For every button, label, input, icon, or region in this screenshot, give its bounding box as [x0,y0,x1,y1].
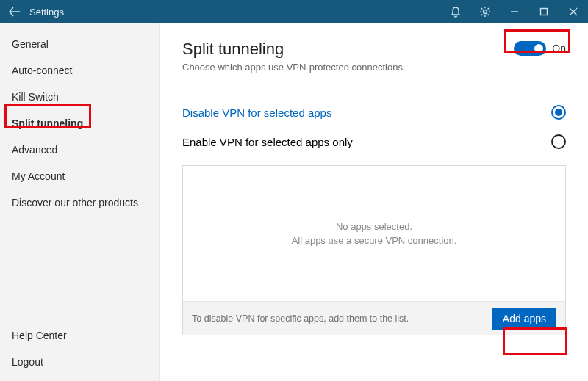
option-label: Enable VPN for selected apps only [182,136,551,148]
sidebar-item-auto-connect[interactable]: Auto-connect [0,57,159,84]
sidebar-item-my-account[interactable]: My Account [0,163,159,189]
back-button[interactable] [0,0,29,23]
notifications-icon[interactable] [441,0,470,23]
empty-state: No apps selected. All apps use a secure … [183,166,565,301]
minimize-button[interactable] [500,0,529,23]
sidebar-item-advanced[interactable]: Advanced [0,137,159,163]
radio-icon [551,134,566,149]
empty-line-1: No apps selected. [336,219,412,234]
sidebar-item-split-tunneling[interactable]: Split tunneling [0,110,159,137]
sidebar: General Auto-connect Kill Switch Split t… [0,23,160,381]
radio-icon [551,105,566,120]
empty-line-2: All apps use a secure VPN connection. [292,233,457,248]
sidebar-item-general[interactable]: General [0,31,159,57]
page-title: Split tunneling [182,40,514,59]
sidebar-item-kill-switch[interactable]: Kill Switch [0,84,159,110]
svg-rect-2 [541,9,548,15]
titlebar: Settings [0,0,588,23]
option-disable-vpn-selected-apps[interactable]: Disable VPN for selected apps [182,98,566,127]
app-list-box: No apps selected. All apps use a secure … [182,165,566,335]
maximize-button[interactable] [529,0,559,23]
split-tunneling-toggle[interactable] [514,41,546,56]
main-content: Split tunneling Choose which apps use VP… [160,23,588,381]
footer-hint: To disable VPN for specific apps, add th… [192,313,492,324]
toggle-state-label: On [552,43,566,54]
option-label: Disable VPN for selected apps [182,106,551,119]
sidebar-item-help-center[interactable]: Help Center [0,322,159,349]
close-button[interactable] [559,0,588,23]
window-title: Settings [29,7,64,18]
page-subtitle: Choose which apps use VPN-protected conn… [182,62,514,73]
svg-point-0 [484,10,487,14]
sidebar-item-logout[interactable]: Logout [0,349,159,375]
settings-gear-icon[interactable] [470,0,500,23]
sidebar-item-discover-products[interactable]: Discover our other products [0,189,159,216]
option-enable-vpn-selected-apps-only[interactable]: Enable VPN for selected apps only [182,127,566,156]
add-apps-button[interactable]: Add apps [492,308,556,330]
